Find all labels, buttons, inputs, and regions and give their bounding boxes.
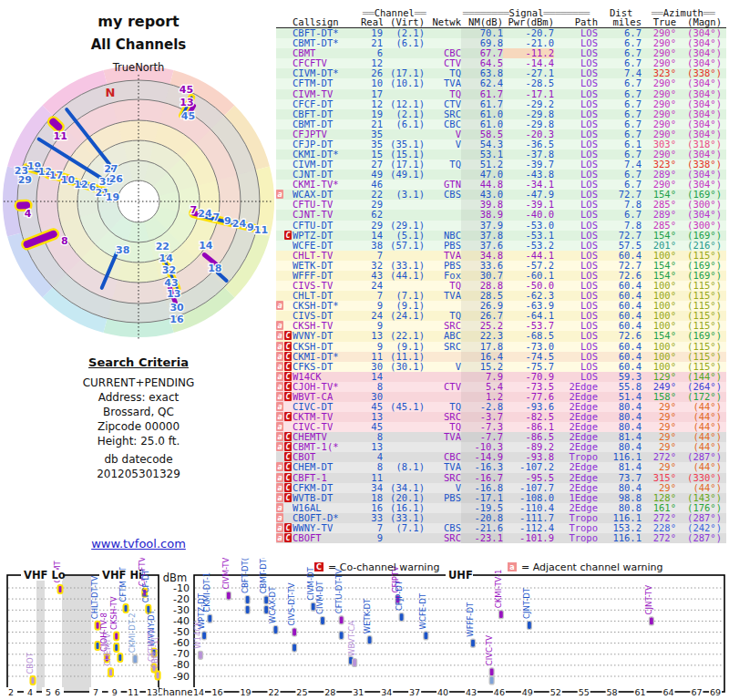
- svg-text:27: 27: [104, 163, 118, 175]
- callsign-link[interactable]: CBMT-DT*: [293, 38, 361, 48]
- co-channel-warning-badge: C: [284, 432, 292, 441]
- svg-text:CKSH-TV: CKSH-TV: [109, 596, 118, 630]
- callsign-link[interactable]: CIVC-TV: [293, 422, 361, 432]
- callsign-link[interactable]: CBMT-DT: [293, 119, 361, 129]
- co-channel-warning-badge: C: [284, 382, 292, 391]
- svg-text:16: 16: [212, 687, 223, 697]
- adjacent-warning-badge: a: [276, 432, 283, 441]
- callsign-link[interactable]: CKSH-DT: [293, 342, 361, 352]
- adjacent-warning-badge: a: [276, 301, 283, 310]
- callsign-link[interactable]: CFKM-DT: [293, 483, 361, 493]
- svg-text:45: 45: [180, 84, 193, 96]
- callsign-link[interactable]: CBFT-DT*: [293, 28, 361, 38]
- table-row: aCCBFT-111SRC-16.7-95.52Edge73.7315°(330…: [276, 473, 726, 483]
- callsign-link[interactable]: CFTM-DT: [293, 78, 361, 88]
- callsign-link[interactable]: CKMI-DT*: [293, 149, 361, 160]
- search-criteria-heading: Search Criteria: [0, 355, 277, 369]
- co-channel-warning-badge: C: [284, 523, 292, 532]
- callsign-link[interactable]: CBOFT-D*: [293, 513, 361, 523]
- adjacent-warning-badge: a: [276, 352, 283, 361]
- table-row: aCBOFT-D*33(33.1)-20.8-111.7Tropo116.127…: [276, 513, 726, 523]
- adjacent-warning-badge: a: [276, 462, 283, 471]
- svg-text:CIVM-DT: CIVM-DT: [315, 581, 324, 614]
- svg-text:18: 18: [208, 262, 221, 274]
- adjacent-warning-badge: a: [276, 362, 283, 371]
- callsign-link[interactable]: CFJPTV: [293, 129, 361, 139]
- callsign-link[interactable]: CFTU-DT: [293, 221, 361, 231]
- svg-text:CIVM-TV: CIVM-TV: [221, 558, 231, 590]
- co-channel-warning-badge: C: [284, 493, 292, 502]
- callsign-link[interactable]: CIVS-DT: [293, 311, 361, 321]
- true-north-label: TrueNorth: [112, 61, 165, 74]
- callsign-link[interactable]: CFCFTV: [293, 58, 361, 68]
- callsign-link[interactable]: CFTU-TV: [293, 200, 361, 210]
- callsign-link[interactable]: CKTM-TV: [293, 412, 361, 422]
- search-criteria-line: CURRENT+PENDING: [0, 376, 277, 390]
- callsign-link[interactable]: CBOT: [293, 452, 361, 462]
- svg-text:8: 8: [61, 235, 68, 247]
- adjacent-warning-badge: a: [276, 473, 283, 482]
- callsign-link[interactable]: WWNY-TV: [293, 523, 361, 533]
- adjacent-warning-badge: a: [276, 372, 283, 381]
- svg-text:CIVM-DT: CIVM-DT: [306, 566, 315, 600]
- table-row: CIVM-DT*26(17.1)TQ63.8-27.1LOS7.4323°(33…: [276, 68, 726, 78]
- callsign-link[interactable]: WCAX-DT: [293, 190, 361, 200]
- callsign-link[interactable]: CIVM-TV: [293, 89, 361, 99]
- callsign-link[interactable]: CBOFT: [293, 533, 361, 543]
- svg-text:19: 19: [106, 191, 119, 203]
- svg-text:WFFF-DT: WFFF-DT: [466, 602, 475, 637]
- svg-text:= Adjacent channel warning: = Adjacent channel warning: [521, 561, 663, 573]
- callsign-link[interactable]: CIVS-TV: [293, 281, 361, 291]
- svg-text:C: C: [316, 563, 322, 571]
- table-row: aCCBOFT9SRC-23.1-101.9Tropo116.1272°(287…: [276, 533, 726, 543]
- callsign-link[interactable]: CJOH-TV*: [293, 382, 361, 392]
- adjacent-warning-badge: a: [276, 533, 283, 542]
- callsign-link[interactable]: CFKS-DT: [293, 362, 361, 372]
- tvfool-link[interactable]: www.tvfool.com: [0, 537, 277, 551]
- callsign-link[interactable]: CKSH-TV: [293, 321, 361, 331]
- callsign-link[interactable]: WPTZ-DT: [293, 231, 361, 241]
- callsign-link[interactable]: CHEM-DT: [293, 462, 361, 472]
- co-channel-warning-badge: C: [284, 342, 292, 351]
- callsign-link[interactable]: CIVC-DT: [293, 402, 361, 412]
- callsign-link[interactable]: CIVM-DT*: [293, 68, 361, 78]
- callsign-link[interactable]: CFCF-DT: [293, 99, 361, 109]
- co-channel-warning-badge: C: [284, 352, 292, 361]
- callsign-link[interactable]: WBVT-CA: [293, 392, 361, 402]
- callsign-link[interactable]: CJNT-TV: [293, 210, 361, 220]
- svg-text:22: 22: [268, 687, 279, 697]
- callsign-link[interactable]: CHLT-TV: [293, 251, 361, 261]
- svg-text:-20: -20: [173, 593, 190, 605]
- callsign-link[interactable]: W14CK: [293, 372, 361, 382]
- callsign-link[interactable]: CKMI-DT*: [293, 352, 361, 362]
- callsign-link[interactable]: CJNT-DT: [293, 170, 361, 180]
- callsign-link[interactable]: CFJP-DT: [293, 139, 361, 149]
- svg-text:52: 52: [550, 687, 561, 697]
- callsign-link[interactable]: WFFF-DT: [293, 271, 361, 281]
- search-criteria-lines: CURRENT+PENDINGAddress: exactBrossard, Q…: [0, 376, 277, 448]
- adjacent-warning-badge: a: [276, 331, 283, 340]
- callsign-link[interactable]: WCFE-DT: [293, 241, 361, 251]
- adjacent-warning-badge: a: [276, 513, 283, 522]
- callsign-link[interactable]: CBMT-1(*: [293, 442, 361, 452]
- callsign-link[interactable]: CHEMTV: [293, 432, 361, 442]
- table-row: aCCKMI-DT*11(11.1)16.4-74.5LOS60.4100°(1…: [276, 352, 726, 362]
- callsign-link[interactable]: CKSH-DT*: [293, 301, 361, 311]
- svg-text:-60: -60: [173, 637, 190, 649]
- svg-text:37: 37: [409, 687, 420, 697]
- callsign-link[interactable]: WETK-DT: [293, 261, 361, 271]
- svg-text:4: 4: [27, 687, 33, 697]
- svg-text:CKMI-DT-2: CKMI-DT-2: [128, 612, 137, 653]
- callsign-link[interactable]: WVTB-DT: [293, 493, 361, 503]
- svg-text:34: 34: [381, 687, 392, 697]
- svg-text:6: 6: [55, 687, 60, 697]
- svg-text:CJNT-TV: CJNT-TV: [644, 585, 653, 615]
- callsign-link[interactable]: WVNY-DT: [293, 331, 361, 341]
- callsign-link[interactable]: CIVM-DT: [293, 160, 361, 170]
- callsign-link[interactable]: CKMI-TV*: [293, 180, 361, 190]
- callsign-link[interactable]: CBFT-1: [293, 473, 361, 483]
- callsign-link[interactable]: CBFT-DT: [293, 109, 361, 119]
- callsign-link[interactable]: W16AL: [293, 503, 361, 513]
- callsign-link[interactable]: CBMT: [293, 48, 361, 58]
- callsign-link[interactable]: CHLT-DT: [293, 291, 361, 301]
